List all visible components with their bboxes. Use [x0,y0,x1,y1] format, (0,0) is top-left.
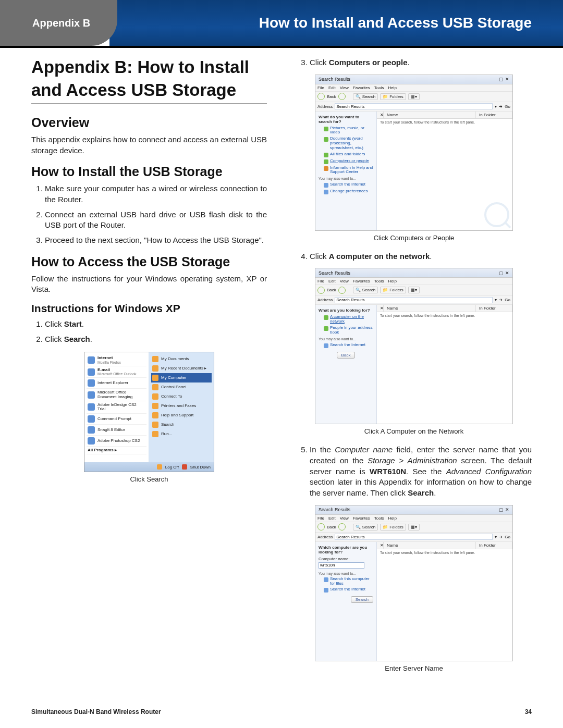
header-divider [0,46,563,48]
start-footer: Log Off Shut Down [84,462,214,472]
install-step: Make sure your computer has a wired or w… [45,183,267,205]
address-input[interactable] [335,103,493,109]
help-icon [152,412,158,418]
app-icon [88,379,95,387]
run-icon [152,431,158,437]
caption-3: Click A Computer on the Network [296,427,532,435]
folder-icon [152,356,158,362]
views-button: ▦▾ [408,93,420,100]
app-icon [88,403,95,411]
start-left-pane: InternetMozilla Firefox E-mailMicrosoft … [84,352,149,472]
install-step: Connect an external USB hard drive or US… [45,209,267,231]
address-input[interactable] [335,534,493,540]
right-steps: Click Computers or people. [296,57,532,68]
access-text: Follow the instructions for your Windows… [31,274,267,295]
magnifier-icon [484,202,509,227]
install-steps: Make sure your computer has a wired or w… [31,183,267,245]
right-steps: Click A computer on the network. [296,251,532,262]
appendix-tab: Appendix B [0,0,117,46]
h1-line1: Appendix B: How to Install [31,57,267,77]
install-heading: How to Install the USB Storage [31,164,267,179]
back-button[interactable]: Back [337,352,356,359]
search-icon [152,422,158,428]
install-step: Proceed to the next section, "How to Acc… [45,235,267,246]
shutdown-icon [182,464,187,470]
left-column: Appendix B: How to Install and Access US… [31,57,267,682]
step4: Click A computer on the network. [310,251,532,262]
right-column: Click Computers or people. Search Result… [296,57,532,682]
folder-icon [152,365,158,372]
control-panel-icon [152,384,158,390]
footer-page-number: 34 [525,708,532,715]
xp-step: Click Start. [45,319,267,330]
screenshot-computer-on-network: Search Results▢ ✕ FileEditViewFavoritesT… [315,268,513,424]
forward-icon [338,93,346,100]
header-bar: Appendix B How to Install and Access USB… [0,0,563,46]
app-icon [88,426,95,434]
header-title: How to Install and Access USB Storage [259,15,532,31]
app-icon [88,415,95,423]
app-icon [88,356,95,364]
printer-icon [152,403,158,409]
overview-heading: Overview [31,115,267,130]
footer-left: Simultaneous Dual-N Band Wireless Router [31,708,161,715]
screenshot-enter-server-name: Search Results▢ ✕ FileEditViewFavoritesT… [315,505,513,661]
caption-2: Click Computers or People [296,234,532,242]
search-companion-pane: What do you want to search for? Pictures… [315,112,377,230]
search-button[interactable]: Search [351,596,373,603]
search-button: 🔍Search [353,93,378,100]
connect-icon [152,393,158,400]
screenshot-start-menu: InternetMozilla Firefox E-mailMicrosoft … [84,352,214,472]
step3: Click Computers or people. [310,57,532,68]
step5: In the Computer name field, enter the se… [310,445,532,498]
caption-click-search: Click Search [31,475,267,483]
logoff-icon [157,464,162,470]
right-steps: In the Computer name field, enter the se… [296,445,532,498]
page-body: Appendix B: How to Install and Access US… [31,57,532,682]
address-input[interactable] [335,297,493,303]
start-right-pane: My Documents My Recent Documents ▸ My Co… [149,352,214,472]
access-heading: How to Access the USB Storage [31,254,267,269]
caption-4: Enter Server Name [296,664,532,672]
window-title: Search Results [319,77,350,82]
overview-text: This appendix explains how to connect an… [31,134,267,156]
header-title-bar: How to Install and Access USB Storage [109,0,563,46]
app-icon [88,391,95,399]
folders-button: 📁Folders [380,93,406,100]
app-icon [88,437,95,445]
screenshot-search-companion: Search Results▢ ✕ FileEditViewFavoritesT… [315,75,513,231]
computer-icon [152,375,158,381]
h1-line2: and Access USB Storage [31,80,267,104]
menubar: FileEditViewFavoritesToolsHelp [315,84,512,92]
page-footer: Simultaneous Dual-N Band Wireless Router… [31,708,532,715]
computer-name-input[interactable] [319,562,364,569]
xp-step: Click Search. [45,334,267,345]
window-controls: ▢ ✕ [499,77,509,82]
xp-heading: Instructions for Windows XP [31,302,267,315]
back-icon [317,93,325,100]
xp-steps: Click Start. Click Search. [31,319,267,344]
app-icon [88,368,95,376]
appendix-label: Appendix B [32,17,90,29]
